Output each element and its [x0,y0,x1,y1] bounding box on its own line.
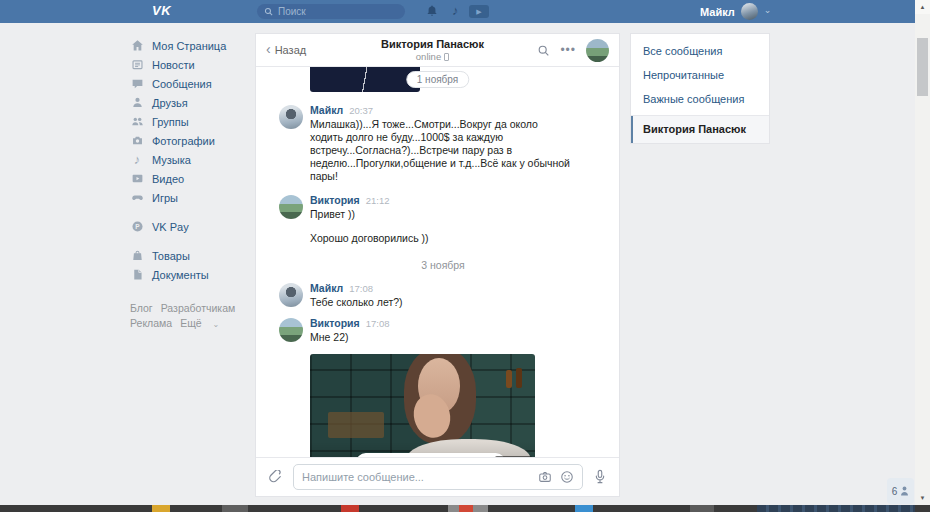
jump-to-story-end-button[interactable]: ↓ Перейти в конец истории [356,453,505,457]
music-note-icon: ♪ [130,153,144,167]
vk-logo[interactable]: VK [152,3,171,18]
sidebar-item-photos[interactable]: Фотографии [130,131,252,150]
message-author-link[interactable]: Майкл [310,105,343,116]
sidebar-item-friends[interactable]: Друзья [130,93,252,112]
camera-icon[interactable] [538,470,552,484]
sidebar-item-vkpay[interactable]: P VK Pay [130,217,252,236]
message-author-link[interactable]: Майкл [310,283,343,294]
smiley-icon[interactable] [560,470,574,484]
online-friends-count: 6 [892,486,898,497]
vk-app: VK ♪ ▶ Майкл ⌄ Моя Страница Новости Сооб… [0,0,930,512]
sidebar-item-news[interactable]: Новости [130,55,252,74]
message-text: Тебе сколько лет?) [310,296,403,309]
sidebar-item-label: Моя Страница [152,40,226,52]
chat-title-block: Виктория Панасюк online [336,38,529,62]
video-icon [130,172,144,186]
home-icon [130,39,144,53]
message-author-link[interactable]: Виктория [310,318,360,329]
footer-link-more[interactable]: Ещё ⌄ [180,317,227,329]
nav-divider [130,236,252,246]
phone-icon [444,53,449,61]
back-label: Назад [275,44,307,56]
filter-all-messages[interactable]: Все сообщения [631,39,769,63]
nav-divider [130,207,252,217]
message-text: Хорошо договорились )) [310,232,429,245]
sidebar-item-label: Видео [152,173,184,185]
selected-conversation[interactable]: Виктория Панасюк [631,116,769,143]
bell-icon[interactable] [425,4,439,18]
paperclip-icon[interactable] [268,470,283,485]
message-input[interactable] [302,471,530,483]
message-body: Виктория 21:12 Привет )) [310,195,390,221]
friends-icon [130,96,144,110]
avatar[interactable] [279,195,303,219]
video-player-icon[interactable]: ▶ [469,5,489,18]
person-icon [900,486,909,496]
sidebar-item-messages[interactable]: Сообщения [130,74,252,93]
back-button[interactable]: ‹ Назад [266,44,336,56]
scrollbar-down-arrow[interactable]: ▼ [915,492,930,504]
message: Хорошо договорились )) [310,232,607,245]
docs-icon [130,268,144,282]
sidebar-item-label: Фотографии [152,135,215,147]
message-body: Майкл 20:37 Милашка))...Я тоже...Смотри.… [310,105,570,183]
message: Майкл 17:08 Тебе сколько лет?) [279,283,607,309]
message-body: Хорошо договорились )) [310,232,429,245]
chat-title[interactable]: Виктория Панасюк [336,38,529,50]
sidebar-item-music[interactable]: ♪ Музыка [130,150,252,169]
taskbar-icon [341,505,359,512]
sidebar-item-label: Музыка [152,154,191,166]
message-author-link[interactable]: Виктория [310,195,360,206]
message: Майкл 20:37 Милашка))...Я тоже...Смотри.… [279,105,607,183]
avatar[interactable] [279,105,303,129]
scrollbar-thumb[interactable] [917,38,928,96]
date-separator: 3 ноября [279,259,607,271]
chat-search-icon[interactable] [537,44,550,57]
avatar[interactable] [279,283,303,307]
microphone-icon[interactable] [593,469,607,485]
footer-link-ads[interactable]: Реклама [130,317,172,329]
page-scrollbar[interactable]: ▲ ▼ [915,0,930,505]
footer-link-developers[interactable]: Разработчикам [161,302,236,314]
message-time: 17:08 [366,318,390,329]
message-input-box[interactable] [293,464,583,490]
more-options-icon[interactable]: ••• [560,46,576,54]
taskbar-windows [757,505,915,512]
sticky-date-pill: 1 ноября [406,71,469,88]
message-time: 21:12 [366,195,390,206]
avatar[interactable] [279,318,303,342]
photos-icon [130,134,144,148]
sidebar-item-label: VK Pay [152,221,189,233]
music-icon[interactable]: ♪ [452,2,459,19]
user-menu[interactable]: Майкл ⌄ [700,0,771,23]
filter-important[interactable]: Важные сообщения [631,87,769,111]
sidebar-item-docs[interactable]: Документы [130,265,252,284]
sidebar-item-video[interactable]: Видео [130,169,252,188]
message-time: 20:37 [349,105,373,116]
scrollbar-up-arrow[interactable]: ▲ [915,0,930,14]
taskbar-icon [575,505,593,512]
taskbar-icon [152,505,170,512]
taskbar-icon [690,505,714,512]
message-text: Привет )) [310,208,390,221]
vkpay-icon: P [130,220,144,234]
market-icon [130,249,144,263]
chat-peer-avatar[interactable] [586,39,609,62]
sidebar-item-games[interactable]: Игры [130,188,252,207]
search-input[interactable] [278,6,398,17]
os-taskbar-edge [0,505,930,512]
sidebar-item-label: Товары [152,250,190,262]
footer-link-blog[interactable]: Блог [130,302,153,314]
search-icon [264,7,273,16]
attachment-image-partial[interactable] [310,67,420,92]
composer-bar [256,457,619,496]
video-attachment[interactable]: ↓ Перейти в конец истории 0:02 [310,354,535,457]
nav-footer-links: БлогРазработчикам РекламаЕщё ⌄ [130,301,252,332]
online-friends-badge[interactable]: 6 [887,478,914,504]
sidebar-item-my-page[interactable]: Моя Страница [130,36,252,55]
filter-unread[interactable]: Непрочитанные [631,63,769,87]
messages-icon [130,77,144,91]
global-search[interactable] [257,4,405,19]
sidebar-item-groups[interactable]: Группы [130,112,252,131]
sidebar-item-market[interactable]: Товары [130,246,252,265]
